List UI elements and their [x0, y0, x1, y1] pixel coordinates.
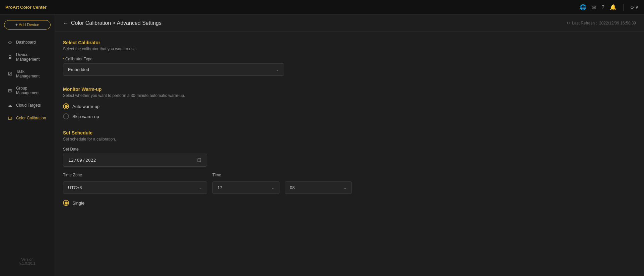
main-layout: + Add Device ⊙ Dashboard 🖥 Device Manage…	[0, 15, 644, 276]
dashboard-icon: ⊙	[7, 40, 13, 45]
time-hour-value: 17	[217, 185, 222, 190]
single-radio[interactable]	[63, 200, 69, 206]
time-minute-field: 08 ⌄	[285, 181, 352, 194]
time-minute-value: 08	[290, 185, 295, 190]
task-management-icon: ☑	[7, 71, 13, 76]
sidebar-item-label: Group Management	[16, 86, 47, 95]
set-schedule-section: Set Schedule Set schedule for a calibrat…	[63, 130, 636, 206]
sidebar-item-cloud-targets[interactable]: ☁ Cloud Targets	[2, 99, 53, 111]
app-title: ProArt Color Center	[5, 5, 47, 10]
single-option[interactable]: Single	[63, 200, 636, 206]
monitor-warmup-title: Monitor Warm-up	[63, 87, 636, 92]
sidebar-item-device-management[interactable]: 🖥 Device Management	[2, 49, 53, 65]
skip-warmup-option[interactable]: Skip warm-up	[63, 113, 636, 119]
calibrator-type-arrow: ⌄	[276, 67, 279, 72]
add-device-button[interactable]: + Add Device	[4, 20, 51, 30]
sidebar-item-label: Cloud Targets	[16, 103, 41, 108]
auto-warmup-radio[interactable]	[63, 103, 69, 109]
timezone-label: Time Zone	[63, 173, 207, 177]
set-date-input[interactable]	[68, 157, 202, 163]
set-schedule-desc: Set schedule for a calibration.	[63, 137, 636, 142]
refresh-icon[interactable]: ↻	[567, 21, 570, 25]
version-info: Version v.1.0.20.1	[0, 252, 55, 271]
timezone-field: Time Zone UTC+8 ⌄	[63, 173, 207, 194]
sidebar-item-label: Dashboard	[16, 40, 36, 45]
sidebar-item-label: Task Management	[16, 69, 47, 78]
time-hour-dropdown[interactable]: 17 ⌄	[212, 181, 279, 194]
set-schedule-title: Set Schedule	[63, 130, 636, 135]
bell-icon[interactable]: 🔔	[610, 4, 617, 10]
breadcrumb: ← Color Calibration > Advanced Settings	[63, 20, 162, 26]
skip-warmup-label: Skip warm-up	[72, 114, 99, 119]
top-nav: ProArt Color Center 🌐 ✉ ? 🔔 ⊙ ∨	[0, 0, 644, 15]
set-date-label: Set Date	[63, 147, 636, 152]
sidebar-item-task-management[interactable]: ☑ Task Management	[2, 66, 53, 82]
monitor-warmup-desc: Select whether you want to perform a 30-…	[63, 93, 636, 98]
sidebar-item-label: Device Management	[16, 52, 47, 62]
time-minute-dropdown[interactable]: 08 ⌄	[285, 181, 352, 194]
warmup-radio-group: Auto warm-up Skip warm-up	[63, 103, 636, 119]
sidebar-item-group-management[interactable]: ⊞ Group Management	[2, 82, 53, 99]
sidebar-item-dashboard[interactable]: ⊙ Dashboard	[2, 36, 53, 48]
last-refresh-value: 2022/12/09 16:58:39	[599, 21, 636, 25]
sidebar-item-label: Color Calibration	[16, 116, 46, 120]
back-button[interactable]: ←	[63, 20, 68, 26]
help-icon[interactable]: ?	[601, 4, 604, 10]
globe-icon[interactable]: 🌐	[580, 4, 586, 10]
monitor-warmup-section: Monitor Warm-up Select whether you want …	[63, 87, 636, 119]
sidebar-navigation: ⊙ Dashboard 🖥 Device Management ☑ Task M…	[0, 36, 55, 124]
device-management-icon: 🖥	[7, 54, 13, 60]
calibrator-type-label: *Calibrator Type	[63, 57, 636, 61]
breadcrumb-text: Color Calibration > Advanced Settings	[71, 20, 162, 26]
timezone-dropdown[interactable]: UTC+8 ⌄	[63, 181, 207, 194]
required-asterisk: *	[63, 57, 65, 61]
time-minute-arrow: ⌄	[343, 185, 347, 190]
time-label: Time	[212, 173, 279, 177]
content-body: Select Calibrator Select the calibrator …	[55, 32, 644, 276]
single-label: Single	[72, 201, 84, 206]
recurrence-radio-group: Single	[63, 200, 636, 206]
timezone-value: UTC+8	[68, 185, 82, 190]
sidebar: + Add Device ⊙ Dashboard 🖥 Device Manage…	[0, 15, 55, 276]
select-calibrator-desc: Select the calibrator that you want to u…	[63, 47, 636, 51]
sidebar-item-color-calibration[interactable]: ⊡ Color Calibration	[2, 112, 53, 124]
select-calibrator-section: Select Calibrator Select the calibrator …	[63, 40, 636, 76]
nav-divider	[623, 4, 624, 11]
select-calibrator-title: Select Calibrator	[63, 40, 636, 45]
user-dropdown-arrow: ∨	[635, 5, 639, 10]
skip-warmup-radio[interactable]	[63, 113, 69, 119]
user-avatar-icon: ⊙	[630, 5, 634, 10]
user-menu[interactable]: ⊙ ∨	[630, 5, 639, 10]
calibrator-type-value: Embedded	[68, 67, 89, 72]
last-refresh-label: Last Refresh :	[572, 21, 597, 25]
time-row: Time Zone UTC+8 ⌄ Time 17 ⌄	[63, 173, 636, 194]
content-header: ← Color Calibration > Advanced Settings …	[55, 15, 644, 32]
version-label: Version	[5, 257, 49, 261]
time-field: Time 17 ⌄	[212, 173, 279, 194]
version-value: v.1.0.20.1	[5, 261, 49, 265]
top-nav-icons: 🌐 ✉ ? 🔔 ⊙ ∨	[580, 4, 639, 11]
color-calibration-icon: ⊡	[7, 115, 13, 121]
cloud-targets-icon: ☁	[7, 103, 13, 108]
auto-warmup-label: Auto warm-up	[72, 104, 100, 109]
group-management-icon: ⊞	[7, 88, 13, 93]
calibrator-type-dropdown[interactable]: Embedded ⌄	[63, 63, 284, 76]
set-date-input-wrapper	[63, 154, 207, 167]
timezone-arrow: ⌄	[199, 185, 202, 190]
auto-warmup-option[interactable]: Auto warm-up	[63, 103, 636, 109]
time-hour-arrow: ⌄	[271, 185, 274, 190]
last-refresh: ↻ Last Refresh : 2022/12/09 16:58:39	[567, 21, 636, 25]
content-area: ← Color Calibration > Advanced Settings …	[55, 15, 644, 276]
mail-icon[interactable]: ✉	[592, 4, 596, 10]
